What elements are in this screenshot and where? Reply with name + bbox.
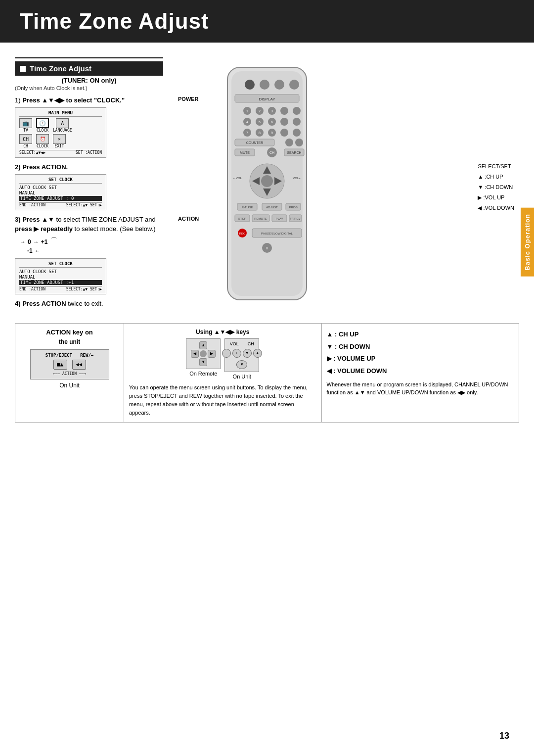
step-1-number: 1) — [15, 96, 21, 104]
svg-point-27 — [280, 129, 288, 137]
step-1: 1) Press ▲▼◀▶ to select "CLOCK." MAIN ME… — [15, 96, 163, 158]
step-3: 3) Press ▲▼ to select TIME ZONE ADJUST a… — [15, 215, 163, 294]
title-bar: Time Zone Adjust — [0, 0, 534, 43]
bottom-panel: ACTION key on the unit STOP/EJECT REW/← … — [15, 323, 519, 423]
screen-1: MAIN MENU 📺 TV 🕐 CLOCK A LANGUAGE — [15, 107, 106, 158]
screen-2: SET CLOCK AUTO CLOCK SET MANUAL TIME ZON… — [15, 174, 106, 210]
key-vol-up: ▶ : VOLUME UP — [327, 353, 514, 365]
key-ch-down: ▼ : CH DOWN — [327, 341, 514, 353]
device-mockups: ▲ ▼ ◀ ▶ On Remote — [129, 338, 316, 379]
page-title: Time Zone Adjust — [20, 9, 514, 34]
svg-point-19 — [280, 118, 288, 126]
on-remote-label: On Remote — [189, 371, 217, 377]
svg-text:DISPLAY: DISPLAY — [259, 97, 275, 101]
bp-left-subtitle: the unit — [20, 338, 119, 345]
svg-point-2 — [245, 80, 255, 90]
select-set-label: SELECT/SET — [478, 161, 514, 172]
step-2-text: 2) Press ACTION. — [15, 163, 163, 172]
page: Time Zone Adjust Basic Operation Time Zo… — [0, 0, 534, 756]
step-2: 2) Press ACTION. SET CLOCK AUTO CLOCK SE… — [15, 163, 163, 210]
section-note: (Only when Auto Clock is set.) — [15, 85, 163, 91]
on-unit-label-right: On Unit — [233, 374, 251, 379]
step-3-text: 3) Press ▲▼ to select TIME ZONE ADJUST a… — [15, 215, 163, 233]
svg-point-11 — [280, 107, 288, 115]
section-subheading: (TUNER: ON only) — [15, 77, 163, 84]
bp-info-text: You can operate the menu screen using un… — [129, 383, 316, 417]
svg-text:STOP: STOP — [238, 217, 246, 220]
section-heading: Time Zone Adjust — [15, 61, 163, 76]
unit-button-mockup: STOP/EJECT REW/← ■▲ ◀◀ ←—— ACTION ——→ On… — [20, 349, 119, 389]
svg-point-4 — [274, 80, 284, 90]
plus1-label: +1 — [41, 238, 48, 245]
svg-text:6: 6 — [271, 120, 273, 124]
svg-text:1: 1 — [246, 109, 248, 113]
on-unit-mockup-right: VOLCH − + ▼ ▲ ▼ On Unit — [224, 338, 259, 379]
side-tab: Basic Operation — [521, 208, 534, 277]
section-heading-text: Time Zone Adjust — [30, 64, 91, 73]
arrow-diagram: → 0 → +1 ⌒ -1 ← — [20, 237, 163, 254]
bp-right: Using ▲▼◀▶ keys ▲ ▼ ◀ ▶ — [124, 324, 519, 422]
svg-text:R-TUNE: R-TUNE — [242, 206, 253, 209]
right-column: POWER ACTION SELECT/SET ▲ :CH UP ▼ :CH D… — [173, 57, 519, 313]
left-column: Time Zone Adjust (TUNER: ON only) (Only … — [15, 57, 163, 313]
remote-svg: DISPLAY 1 2 3 — [213, 62, 519, 311]
screen-3: SET CLOCK AUTO CLOCK SET MANUAL TIME ZON… — [15, 258, 106, 294]
svg-point-34 — [285, 139, 293, 146]
svg-text:8: 8 — [259, 131, 261, 135]
svg-text:VOL+: VOL+ — [293, 177, 301, 180]
svg-point-35 — [295, 139, 303, 146]
step-4: 4) Press ACTION twice to exit. — [15, 299, 163, 308]
svg-text:COUNTER: COUNTER — [246, 141, 264, 144]
svg-text:PROG: PROG — [289, 206, 298, 209]
step-1-text: 1) Press ▲▼◀▶ to select "CLOCK." — [15, 96, 163, 105]
zero-label: 0 — [28, 238, 31, 245]
bp-key-note: Whenever the menu or program screen is d… — [327, 380, 514, 397]
bp-using-title: Using ▲▼◀▶ keys — [129, 329, 316, 335]
on-remote-mockup: ▲ ▼ ◀ ▶ On Remote — [186, 338, 221, 379]
svg-text:7: 7 — [246, 131, 248, 135]
minus1-label: -1 — [27, 247, 33, 254]
ch-up-label: ▲ :CH UP — [478, 172, 514, 182]
svg-text:MUTE: MUTE — [240, 151, 250, 154]
svg-text:PLAY: PLAY — [276, 217, 283, 220]
remote-area: POWER ACTION SELECT/SET ▲ :CH UP ▼ :CH D… — [173, 62, 519, 311]
svg-point-12 — [293, 107, 301, 115]
svg-text:II: II — [266, 246, 268, 250]
key-ch-up: ▲ : CH UP — [327, 329, 514, 341]
vol-up-label: ▶ :VOL UP — [478, 192, 514, 203]
svg-text:CH: CH — [269, 151, 274, 154]
bp-using-arrows: Using ▲▼◀▶ keys ▲ ▼ ◀ ▶ — [124, 324, 322, 422]
key-vol-down: ◀ : VOLUME DOWN — [327, 365, 514, 378]
svg-text:SEARCH: SEARCH — [287, 151, 301, 154]
bp-left-title: ACTION key on — [20, 329, 119, 336]
svg-text:4: 4 — [246, 120, 248, 124]
step-4-text: 4) Press ACTION twice to exit. — [15, 299, 163, 308]
svg-point-47 — [261, 175, 273, 187]
vol-down-label: ◀ :VOL DOWN — [478, 203, 514, 213]
selectset-block: SELECT/SET ▲ :CH UP ▼ :CH DOWN ▶ :VOL UP… — [478, 161, 514, 213]
svg-point-3 — [260, 80, 269, 90]
page-number: 13 — [499, 731, 509, 741]
power-label: POWER — [178, 96, 199, 102]
svg-point-28 — [293, 129, 301, 137]
svg-text:FF/REV: FF/REV — [290, 217, 300, 220]
svg-text:5: 5 — [259, 120, 261, 124]
svg-text:2: 2 — [259, 109, 261, 113]
main-layout: Time Zone Adjust (TUNER: ON only) (Only … — [0, 57, 534, 313]
black-square-icon — [20, 66, 26, 72]
svg-point-20 — [293, 118, 301, 126]
ch-down-label: ▼ :CH DOWN — [478, 182, 514, 192]
action-label: ACTION — [178, 216, 199, 222]
svg-text:9: 9 — [271, 131, 273, 135]
svg-text:ADJUST: ADJUST — [266, 206, 278, 209]
svg-text:←VOL: ←VOL — [233, 177, 242, 180]
svg-text:3: 3 — [271, 109, 273, 113]
bp-keys-legend: ▲ : CH UP ▼ : CH DOWN ▶ : VOLUME UP ◀ : … — [322, 324, 519, 422]
svg-text:PAUSE/SLOW DIGITAL: PAUSE/SLOW DIGITAL — [261, 232, 293, 235]
svg-text:REMOTE: REMOTE — [254, 217, 267, 220]
svg-point-5 — [289, 80, 299, 90]
on-unit-label-left: On Unit — [59, 382, 80, 389]
svg-text:REC: REC — [239, 232, 246, 235]
bp-action-unit: ACTION key on the unit STOP/EJECT REW/← … — [15, 324, 124, 422]
bp-key-list: ▲ : CH UP ▼ : CH DOWN ▶ : VOLUME UP ◀ : … — [327, 329, 514, 378]
